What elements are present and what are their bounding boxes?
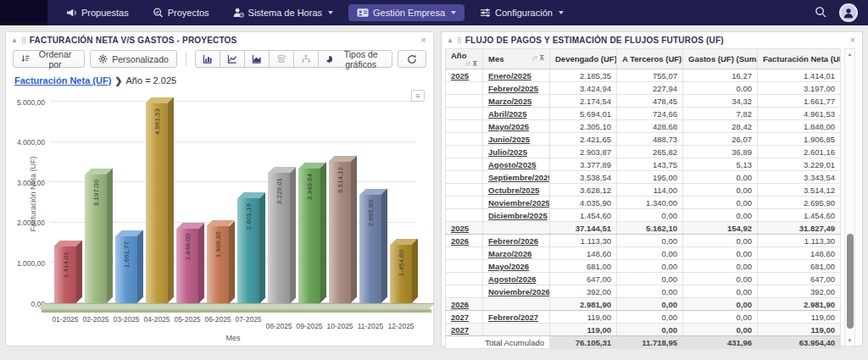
column-header-0[interactable]: Año↓↑⊼ <box>446 49 483 69</box>
user-avatar[interactable] <box>839 3 858 22</box>
hierarchy-button[interactable] <box>293 50 319 68</box>
collapse-icon[interactable]: ▲ <box>11 36 18 44</box>
x-tick-label: 01-2025 <box>52 315 78 324</box>
column-header-3[interactable]: A Terceros (UF) <box>617 49 683 69</box>
month-link[interactable]: Mayo/2026 <box>488 262 529 271</box>
year-link[interactable]: 2026 <box>451 300 469 309</box>
column-header-2[interactable]: Devengado (UF) <box>550 49 617 69</box>
close-icon[interactable]: × <box>849 35 857 45</box>
pin-icon[interactable]: ⊼ <box>472 60 477 68</box>
table-scrollbar[interactable]: ▲ ▼ <box>844 48 855 346</box>
nav-item-gesti-n-empresa[interactable]: Gestión Empresa <box>348 4 465 21</box>
month-link[interactable]: Junio/2025 <box>488 135 530 144</box>
drag-handle-icon[interactable]: ⣿ <box>457 36 462 44</box>
search-icon[interactable] <box>815 6 827 20</box>
nav-item-propuestas[interactable]: Propuestas <box>58 4 137 21</box>
cell-neta: 392,00 <box>758 285 841 298</box>
month-link[interactable]: Febrero/2025 <box>488 84 538 93</box>
layers-button[interactable] <box>269 50 294 68</box>
bar-chart-button[interactable] <box>195 50 220 68</box>
scroll-down-icon[interactable]: ▼ <box>845 335 854 346</box>
id-card-icon <box>357 8 369 18</box>
chart-types-button[interactable]: Tipos de gráficos <box>318 50 392 68</box>
scrollbar-thumb[interactable] <box>847 234 854 329</box>
collapse-icon[interactable]: ▲ <box>447 36 453 44</box>
month-link[interactable]: Diciembre/2025 <box>488 211 548 220</box>
month-cell: Febrero/2027 <box>483 311 550 324</box>
month-link[interactable]: Noviembre/2025 <box>488 198 550 208</box>
chevron-down-icon <box>559 11 564 14</box>
drag-handle-icon[interactable]: ⣿ <box>21 36 26 44</box>
pin-icon[interactable]: ⊼ <box>539 54 544 62</box>
sort-by-button[interactable]: Ordenar por <box>13 50 85 68</box>
month-link[interactable]: Julio/2025 <box>488 147 527 157</box>
year-link[interactable]: 2025 <box>451 224 469 233</box>
cell-terceros: 195,00 <box>617 171 683 184</box>
bar-12-2025[interactable]: 1.454,60 <box>390 245 412 303</box>
bar-side-face <box>381 189 387 303</box>
month-link[interactable]: Agosto/2025 <box>488 160 537 169</box>
chart-menu-icon[interactable]: ≡ <box>411 90 425 102</box>
nav-item-proyectos[interactable]: Proyectos <box>144 4 218 21</box>
column-header-5[interactable]: Facturación Neta (UF) <box>758 49 841 69</box>
nav-item-label: Propuestas <box>81 8 129 18</box>
cell-terceros: 0,00 <box>617 311 683 324</box>
bar-value-label: 3.229,01 <box>275 178 283 204</box>
year-link[interactable]: 2025 <box>451 71 469 80</box>
month-link[interactable]: Enero/2025 <box>488 71 531 80</box>
month-link[interactable]: Mayo/2025 <box>488 122 529 131</box>
year-link[interactable]: 2027 <box>451 325 469 335</box>
cell-neta: 4.961,53 <box>758 108 841 120</box>
month-link[interactable]: Septiembre/2025 <box>488 173 550 182</box>
bar-03-2025[interactable]: 1.661,77 <box>115 236 137 303</box>
year-cell <box>446 184 483 197</box>
cell-devengado: 5.694,01 <box>550 108 617 120</box>
area-chart-button[interactable] <box>244 50 270 68</box>
bar-09-2025[interactable]: 3.343,54 <box>298 169 320 303</box>
breadcrumb-measure-link[interactable]: Facturación Neta (UF) <box>14 75 111 86</box>
bar-07-2025[interactable]: 2.601,16 <box>237 198 259 303</box>
bar-06-2025[interactable]: 1.906,85 <box>207 226 229 303</box>
cell-terceros: 227,94 <box>617 82 683 95</box>
cashflow-panel-header: ▲ ⣿ FLUJO DE PAGOS Y ESTIMACIÓN DE FLUJO… <box>442 32 862 47</box>
line-chart-button[interactable] <box>220 50 245 68</box>
refresh-button[interactable] <box>398 50 426 68</box>
table-row: Febrero/20253.424,94227,940,003.197,00 <box>446 82 841 95</box>
year-link[interactable]: 2027 <box>451 313 469 322</box>
table-row: 20262.981,900,000,002.981,90 <box>446 298 841 311</box>
bar-10-2025[interactable]: 3.514,12 <box>329 162 351 303</box>
bar-11-2025[interactable]: 2.695,90 <box>359 195 381 303</box>
column-header-1[interactable]: Mes↓↑⊼ <box>483 49 550 69</box>
month-link[interactable]: Marzo/2025 <box>488 97 531 106</box>
month-link[interactable]: Marzo/2026 <box>488 249 531 258</box>
table-header-row: Año↓↑⊼Mes↓↑⊼Devengado (UF)A Terceros (UF… <box>446 49 841 69</box>
month-link[interactable]: Noviembre/2026 <box>488 287 550 296</box>
scroll-up-icon[interactable]: ▲ <box>845 49 854 59</box>
customize-button[interactable]: Personalizado <box>90 50 177 68</box>
app-logo[interactable] <box>0 0 47 25</box>
sort-icon[interactable]: ↓↑ <box>465 60 470 68</box>
bar-04-2025[interactable]: 4.961,53 <box>146 103 168 303</box>
month-link[interactable]: Abril/2025 <box>488 109 526 119</box>
x-tick-label: 04-2025 <box>143 315 170 324</box>
month-link[interactable]: Agosto/2026 <box>488 274 537 284</box>
month-link[interactable]: Febrero/2027 <box>488 313 538 322</box>
nav-item-sistema-de-horas[interactable]: Sistema de Horas <box>225 4 342 21</box>
nav-item-configuraci-n[interactable]: Configuración <box>471 4 572 21</box>
cell-neta: 2.695,90 <box>758 197 841 209</box>
month-link[interactable]: Febrero/2026 <box>488 236 538 246</box>
year-cell <box>446 158 483 171</box>
bar-08-2025[interactable]: 3.229,01 <box>268 173 290 303</box>
cell-devengado: 2.903,87 <box>550 146 617 158</box>
bar-01-2025[interactable]: 1.414,01 <box>54 246 76 303</box>
month-link[interactable]: Octubre/2025 <box>488 186 539 195</box>
column-header-4[interactable]: Gastos (UF) (Suma) <box>683 49 758 69</box>
cell-neta: 3.343,54 <box>758 171 841 184</box>
cell-devengado: 119,00 <box>550 311 617 324</box>
sort-icon[interactable]: ↓↑ <box>531 54 537 62</box>
bar-02-2025[interactable]: 3.197,00 <box>85 174 107 303</box>
year-link[interactable]: 2026 <box>451 236 469 246</box>
close-icon[interactable]: × <box>420 35 428 45</box>
bar-05-2025[interactable]: 1.848,00 <box>176 229 198 303</box>
cell-gastos: 0,00 <box>683 197 758 209</box>
